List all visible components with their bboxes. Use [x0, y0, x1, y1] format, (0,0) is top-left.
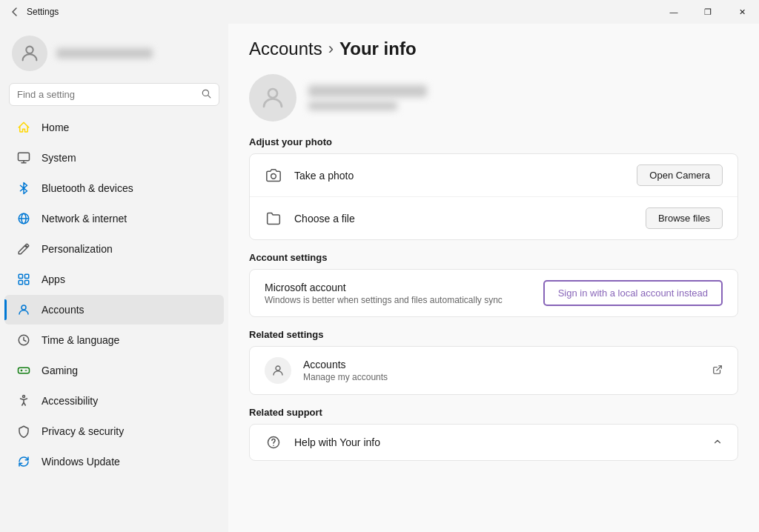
breadcrumb-parent[interactable]: Accounts [249, 39, 322, 59]
sidebar-item-system[interactable]: System [4, 143, 224, 173]
sidebar-item-update[interactable]: Windows Update [4, 447, 224, 476]
related-accounts-info: Accounts Manage my accounts [303, 359, 700, 382]
titlebar: Settings — ❐ ✕ [0, 0, 759, 24]
svg-rect-11 [19, 281, 22, 285]
sidebar-item-gaming[interactable]: Gaming [4, 356, 224, 385]
titlebar-left: Settings [9, 6, 59, 18]
help-label: Help with Your info [294, 436, 700, 448]
related-settings-card: Accounts Manage my accounts [249, 346, 738, 395]
external-link-icon [712, 365, 723, 377]
breadcrumb-separator: › [328, 39, 334, 59]
folder-icon [265, 211, 282, 226]
sidebar-profile [0, 24, 228, 80]
sidebar-item-label: Accessibility [42, 395, 98, 407]
sidebar-nav: Home System [0, 112, 228, 477]
related-support-card: Help with Your info [249, 424, 738, 461]
svg-point-18 [25, 370, 27, 371]
sidebar-item-label: Apps [42, 273, 65, 285]
sidebar-item-label: Home [42, 122, 69, 133]
sidebar-item-accessibility[interactable]: Accessibility [4, 386, 224, 416]
sidebar-item-home[interactable]: Home [4, 113, 224, 142]
maximize-button[interactable]: ❐ [691, 0, 725, 24]
account-settings-heading: Account settings [249, 252, 738, 263]
local-account-button[interactable]: Sign in with a local account instead [543, 280, 723, 306]
adjust-photo-card: Take a photo Open Camera Choose a file B… [249, 153, 738, 240]
search-input[interactable] [17, 89, 195, 100]
related-support-heading: Related support [249, 407, 738, 418]
related-accounts-icon [265, 357, 291, 384]
sidebar-item-apps[interactable]: Apps [4, 265, 224, 294]
sidebar-item-label: Gaming [42, 365, 78, 376]
svg-line-2 [208, 96, 211, 98]
chevron-up-icon [712, 436, 723, 449]
svg-point-20 [23, 396, 25, 398]
microsoft-account-subtitle: Windows is better when settings and file… [265, 295, 531, 305]
microsoft-account-row: Microsoft account Windows is better when… [250, 270, 738, 316]
sidebar-item-network[interactable]: Network & internet [4, 204, 224, 233]
breadcrumb: Accounts › Your info [249, 39, 738, 59]
window-controls: — ❐ ✕ [657, 0, 759, 24]
take-photo-label: Take a photo [294, 170, 625, 182]
sidebar-item-accounts[interactable]: Accounts [4, 295, 224, 325]
profile-name-blurred [56, 48, 153, 59]
sidebar-item-label: Windows Update [42, 456, 120, 468]
sidebar-item-bluetooth[interactable]: Bluetooth & devices [4, 173, 224, 203]
sidebar-item-label: System [42, 152, 76, 164]
close-button[interactable]: ✕ [725, 0, 759, 24]
browse-files-button[interactable]: Browse files [646, 207, 723, 229]
microsoft-account-title: Microsoft account [265, 282, 531, 293]
profile-header [249, 74, 738, 122]
sidebar-item-label: Privacy & security [42, 425, 124, 437]
choose-file-row: Choose a file Browse files [250, 196, 738, 239]
gaming-icon [16, 363, 31, 378]
app-title: Settings [27, 7, 59, 17]
svg-rect-10 [25, 274, 29, 278]
take-photo-row: Take a photo Open Camera [250, 154, 738, 196]
minimize-button[interactable]: — [657, 0, 691, 24]
sidebar-item-privacy[interactable]: Privacy & security [4, 416, 224, 446]
account-settings-card: Microsoft account Windows is better when… [249, 269, 738, 317]
accounts-icon [16, 302, 31, 317]
help-icon [265, 435, 282, 450]
open-camera-button[interactable]: Open Camera [637, 164, 723, 186]
profile-info-blurred [308, 85, 427, 110]
avatar [12, 36, 47, 71]
svg-point-13 [21, 305, 26, 310]
related-accounts-subtitle: Manage my accounts [303, 372, 700, 382]
apps-icon [16, 272, 31, 287]
svg-point-19 [26, 370, 27, 371]
time-icon [16, 333, 31, 348]
svg-point-26 [274, 445, 274, 446]
sidebar-item-label: Time & language [42, 334, 119, 346]
profile-avatar-large [249, 74, 296, 122]
home-icon [16, 120, 31, 135]
camera-icon [265, 168, 282, 183]
svg-rect-15 [19, 368, 30, 373]
svg-point-21 [268, 89, 277, 98]
related-accounts-row[interactable]: Accounts Manage my accounts [250, 347, 738, 394]
svg-rect-3 [19, 153, 30, 161]
back-icon[interactable] [9, 6, 21, 18]
svg-point-23 [276, 366, 280, 370]
help-row[interactable]: Help with Your info [250, 425, 738, 460]
main-content: Accounts › Your info Adjust your photo [228, 24, 759, 532]
app-body: Home System [0, 24, 759, 532]
sidebar-item-personalization[interactable]: Personalization [4, 234, 224, 264]
search-icon [201, 88, 211, 101]
sidebar-item-label: Accounts [42, 304, 84, 316]
svg-point-0 [26, 47, 33, 53]
adjust-photo-heading: Adjust your photo [249, 136, 738, 147]
svg-point-22 [271, 173, 276, 179]
account-info: Microsoft account Windows is better when… [265, 282, 531, 305]
privacy-icon [16, 424, 31, 439]
system-icon [16, 150, 31, 165]
sidebar-item-time[interactable]: Time & language [4, 325, 224, 355]
sidebar-item-label: Personalization [42, 243, 113, 255]
update-icon [16, 454, 31, 469]
bluetooth-icon [16, 181, 31, 196]
network-icon [16, 211, 31, 226]
svg-rect-9 [19, 274, 22, 278]
search-box[interactable] [9, 83, 219, 106]
sidebar-item-label: Network & internet [42, 213, 127, 225]
related-settings-heading: Related settings [249, 329, 738, 340]
